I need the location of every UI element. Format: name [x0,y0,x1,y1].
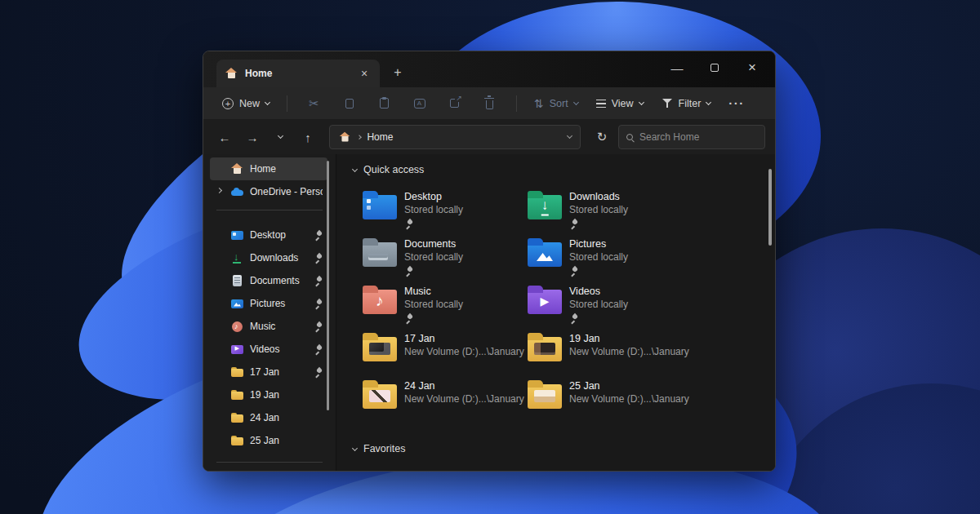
search-box [618,125,765,149]
item-detail: Stored locally [404,299,463,311]
maximize-button[interactable] [706,60,723,76]
sort-button-label: Sort [550,98,568,109]
sidebar-item-17-jan[interactable]: 17 Jan [210,361,327,383]
sidebar-item-24-jan[interactable]: 24 Jan [210,406,327,429]
sidebar-item-downloads[interactable]: Downloads [210,246,327,269]
rename-button[interactable] [412,96,426,110]
share-button[interactable] [448,96,461,110]
quick-access-item-downloads[interactable]: Downloads Stored locally [528,190,693,237]
sidebar-item-desktop[interactable]: Desktop [210,224,327,246]
cut-button[interactable]: ✂ [307,96,321,110]
delete-button[interactable] [483,96,497,110]
photo-folder-icon [528,384,562,409]
item-name: Videos [569,286,628,298]
file-explorer-window: Home × + — × New ✂ ⇅ Sort [203,51,776,472]
window-body: Home OneDrive - Personal Desktop Downloa… [203,154,775,471]
new-tab-button[interactable]: + [390,64,406,81]
sidebar-item-label: 24 Jan [250,412,323,423]
quick-access-item-19-jan[interactable]: 19 Jan New Volume (D:)...\January [528,332,693,379]
quick-access-item-17-jan[interactable]: 17 Jan New Volume (D:)...\January [363,332,528,379]
close-button[interactable]: × [744,60,760,76]
pin-icon [314,254,323,263]
view-button[interactable]: View [589,91,651,116]
sidebar-item-documents[interactable]: Documents [210,269,327,292]
quick-access-item-documents[interactable]: Documents Stored locally [363,237,528,285]
section-header-quick-access[interactable]: Quick access [353,162,775,177]
quick-access-item-25-jan[interactable]: 25 Jan New Volume (D:)...\January [528,379,693,427]
photo-folder-icon [363,384,397,409]
toolbar-divider [287,95,287,112]
item-name: 25 Jan [569,380,689,392]
pin-icon [314,322,323,331]
item-detail: Stored locally [569,204,628,216]
content-scrollbar-thumb[interactable] [768,169,772,246]
favorites-empty-message: After you've pinned some files, we'll sh… [353,471,761,472]
downloads-folder-icon [528,195,562,219]
sidebar-divider [216,210,323,210]
minimize-button[interactable]: — [669,60,685,76]
quick-access-item-24-jan[interactable]: 24 Jan New Volume (D:)...\January [363,379,528,427]
collapse-chevron-icon [352,445,358,451]
file-operations: ✂ [297,96,506,110]
breadcrumb[interactable]: Home [367,131,562,143]
recent-locations-button[interactable] [269,126,292,148]
copy-button[interactable] [342,96,356,110]
filter-button[interactable]: Filter [654,91,719,116]
tab-home[interactable]: Home × [216,60,380,87]
photo-folder-icon [528,337,562,361]
refresh-button[interactable]: ↻ [590,126,613,148]
chevron-down-icon [639,99,644,104]
search-input[interactable] [639,131,766,143]
up-button[interactable]: ↑ [296,126,319,148]
item-name: Desktop [404,191,463,203]
sidebar-item-pictures[interactable]: Pictures [210,292,327,315]
expand-chevron-icon[interactable] [216,188,221,193]
trash-icon [486,100,493,109]
paste-button[interactable] [377,96,391,110]
sidebar-item-label: Downloads [250,252,308,264]
downloads-icon [230,251,244,264]
sidebar-scrollbar-thumb[interactable] [327,161,330,410]
sidebar-item-home[interactable]: Home [210,157,327,180]
sort-button[interactable]: ⇅ Sort [527,91,586,116]
item-name: Music [404,286,463,298]
pin-icon [314,277,323,286]
section-header-favorites[interactable]: Favorites [353,441,775,456]
address-dropdown-icon[interactable] [567,133,572,139]
copy-icon [345,99,354,109]
home-icon [230,162,244,175]
sidebar-item-music[interactable]: Music [210,315,327,338]
new-button[interactable]: New [215,91,277,116]
pin-icon [569,314,578,323]
tab-close-button[interactable]: × [357,66,372,81]
folder-icon [230,434,244,447]
pictures-folder-icon [528,242,562,267]
item-name: 24 Jan [404,380,524,392]
back-button[interactable]: ← [213,126,236,148]
sidebar-item-label: Videos [250,343,308,355]
command-bar: New ✂ ⇅ Sort View Filter ·· [203,87,775,120]
chevron-down-icon [573,99,579,104]
quick-access-item-music[interactable]: Music Stored locally [363,285,528,332]
chevron-down-icon [277,133,283,139]
item-detail: New Volume (D:)...\January [404,346,524,358]
quick-access-item-videos[interactable]: Videos Stored locally [528,285,693,332]
sidebar-item-25-jan[interactable]: 25 Jan [210,429,327,452]
see-more-button[interactable]: ··· [721,91,752,116]
pin-icon [314,368,323,377]
sidebar-item-videos[interactable]: Videos [210,338,327,361]
item-detail: Stored locally [404,251,463,264]
home-icon [225,67,238,80]
sidebar-item-label: Desktop [250,229,308,241]
pin-icon [314,231,323,240]
quick-access-item-pictures[interactable]: Pictures Stored locally [528,237,693,285]
quick-access-grid: Desktop Stored locally Downloads Stored … [363,190,775,427]
sidebar-item-19-jan[interactable]: 19 Jan [210,383,327,406]
forward-button[interactable]: → [241,126,264,148]
desktop-folder-icon [363,195,397,219]
address-bar[interactable]: Home [329,125,581,149]
quick-access-item-desktop[interactable]: Desktop Stored locally [363,190,528,237]
title-bar: Home × + — × [203,51,775,87]
sidebar-item-onedrive[interactable]: OneDrive - Personal [210,180,327,203]
documents-folder-icon [363,242,397,267]
